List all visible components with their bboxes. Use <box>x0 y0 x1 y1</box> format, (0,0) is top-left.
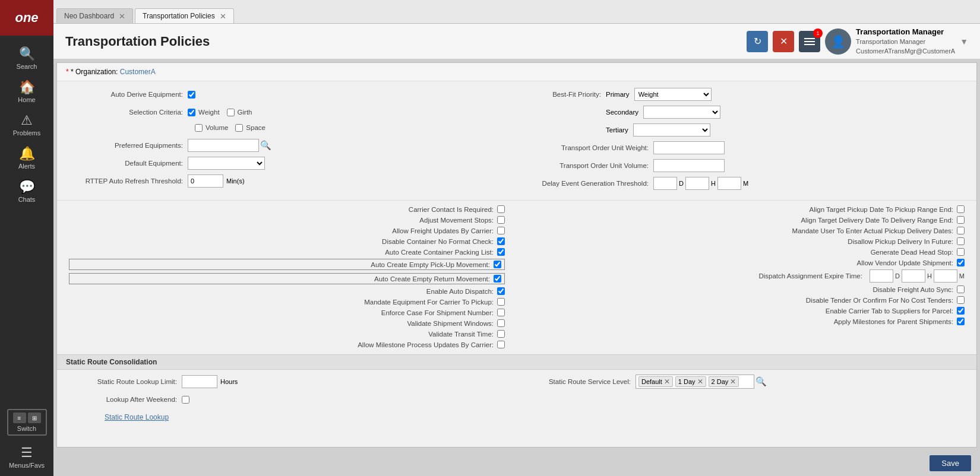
allow-milestone-checkbox[interactable] <box>497 341 505 348</box>
enable-dispatch-checkbox[interactable] <box>497 287 505 295</box>
close-button[interactable]: ✕ <box>773 31 794 52</box>
tag-default: Default ✕ <box>638 376 673 387</box>
sidebar-item-home[interactable]: 🏠 Home <box>0 75 53 108</box>
criteria-space-checkbox[interactable] <box>235 124 243 132</box>
tag-default-remove[interactable]: ✕ <box>664 377 670 386</box>
criteria-group: Weight Girth <box>188 109 252 116</box>
static-lookup-input[interactable] <box>182 375 217 388</box>
main-area: Neo Dashboard ✕ Transportation Policies … <box>53 0 980 476</box>
criteria-weight-item[interactable]: Weight <box>188 109 220 116</box>
validate-shipment-row: Validate Shipment Windows: <box>69 319 505 327</box>
adjust-movement-row: Adjust Movement Stops: <box>69 216 505 224</box>
tag-2day-remove[interactable]: ✕ <box>730 377 736 386</box>
align-pickup-checkbox[interactable] <box>957 205 965 213</box>
apply-milestones-checkbox[interactable] <box>957 318 965 325</box>
auto-pickup-row: Auto Create Empty Pick-Up Movement: <box>69 259 505 270</box>
sidebar-item-alerts[interactable]: 🔔 Alerts <box>0 141 53 174</box>
criteria-volume-label: Volume <box>206 124 228 131</box>
lookup-weekend-checkbox[interactable] <box>182 396 189 404</box>
allow-vendor-checkbox[interactable] <box>957 259 965 266</box>
mandate-user-checkbox[interactable] <box>957 227 965 234</box>
tag-1day-remove[interactable]: ✕ <box>697 377 703 386</box>
enforce-case-checkbox[interactable] <box>497 309 505 316</box>
rttep-input[interactable] <box>188 174 223 188</box>
service-level-search-button[interactable]: 🔍 <box>754 375 768 388</box>
menu-icon-button[interactable]: 1 <box>799 31 820 52</box>
criteria-weight-checkbox[interactable] <box>188 109 195 116</box>
disallow-pickup-checkbox[interactable] <box>957 237 965 245</box>
sidebar-item-label: Menus/Favs <box>9 462 45 469</box>
auto-derive-checkbox[interactable] <box>188 91 195 99</box>
preferred-equip-input[interactable] <box>188 139 259 152</box>
tab-neo-dashboard[interactable]: Neo Dashboard ✕ <box>56 8 133 23</box>
dead-head-checkbox[interactable] <box>957 248 965 256</box>
static-route-lookup-link[interactable]: Static Route Lookup <box>105 413 169 421</box>
unit-volume-input[interactable] <box>653 159 725 172</box>
primary-select[interactable]: Weight <box>634 88 712 101</box>
static-route-header: Static Route Consolidation <box>57 354 976 370</box>
best-fit-tertiary-row: Tertiary <box>529 123 965 137</box>
warning-icon: ⚠ <box>21 113 33 128</box>
sidebar-item-chats[interactable]: 💬 Chats <box>0 174 53 208</box>
tab-transportation-policies[interactable]: Transportation Policies ✕ <box>135 8 234 23</box>
sidebar-item-problems[interactable]: ⚠ Problems <box>0 108 53 141</box>
validate-transit-checkbox[interactable] <box>497 330 505 338</box>
adjust-movement-label: Adjust Movement Stops: <box>419 217 494 224</box>
preferred-equip-search-button[interactable]: 🔍 <box>259 139 273 152</box>
criteria-space-item[interactable]: Space <box>235 124 265 132</box>
criteria-group2: Volume Space <box>195 124 265 132</box>
auto-packing-checkbox[interactable] <box>497 248 505 256</box>
tertiary-label: Tertiary <box>606 126 628 134</box>
default-equip-select[interactable] <box>188 157 265 170</box>
dispatch-h-input[interactable] <box>902 269 925 283</box>
static-route-title: Static Route Consolidation <box>66 358 157 366</box>
criteria-row2: Volume Space <box>195 120 505 135</box>
disable-freight-sync-checkbox[interactable] <box>957 285 965 293</box>
dispatch-d-input[interactable] <box>870 269 893 283</box>
bell-icon: 🔔 <box>19 146 35 161</box>
apply-milestones-label: Apply Milestones for Parent Shipments: <box>834 318 953 325</box>
criteria-volume-checkbox[interactable] <box>195 124 203 132</box>
page-title: Transportation Policies <box>65 34 210 49</box>
disable-container-checkbox[interactable] <box>497 237 505 245</box>
allow-freight-label: Allow Freight Updates By Carrier: <box>392 227 494 234</box>
mandate-user-label: Mandate User To Enter Actual Pickup Deli… <box>792 227 953 234</box>
sidebar-item-switch[interactable]: ≡ ⊞ Switch <box>0 404 53 440</box>
auto-return-checkbox[interactable] <box>494 275 501 283</box>
enable-carrier-tab-checkbox[interactable] <box>957 307 965 315</box>
app-logo[interactable]: one <box>0 0 53 36</box>
switch-icon-right: ⊞ <box>28 412 41 423</box>
org-link[interactable]: CustomerA <box>120 68 156 76</box>
carrier-contact-checkbox[interactable] <box>497 205 505 213</box>
allow-freight-checkbox[interactable] <box>497 227 505 234</box>
criteria-volume-item[interactable]: Volume <box>195 124 228 132</box>
user-text: Transportation Manager Transportation Ma… <box>856 27 955 56</box>
sidebar-item-menus[interactable]: ☰ Menus/Favs <box>0 440 53 476</box>
org-label: * Organization: <box>71 68 118 76</box>
criteria-girth-item[interactable]: Girth <box>227 109 252 116</box>
dispatch-m-input[interactable] <box>934 269 957 283</box>
delay-m-label: M <box>743 180 748 187</box>
tertiary-select[interactable] <box>633 123 710 137</box>
delay-d-input[interactable] <box>653 177 677 190</box>
criteria-girth-checkbox[interactable] <box>227 109 235 116</box>
default-equip-label: Default Equipment: <box>69 160 188 167</box>
unit-weight-input[interactable] <box>653 141 725 154</box>
secondary-select[interactable] <box>643 106 720 119</box>
tab-neo-close[interactable]: ✕ <box>119 12 125 20</box>
delay-m-input[interactable] <box>717 177 741 190</box>
user-dropdown-arrow[interactable]: ▼ <box>960 37 968 46</box>
disable-tender-checkbox[interactable] <box>957 296 965 304</box>
refresh-button[interactable]: ↻ <box>747 31 768 52</box>
save-button[interactable]: Save <box>930 455 971 471</box>
align-delivery-checkbox[interactable] <box>957 216 965 224</box>
tab-transport-close[interactable]: ✕ <box>220 12 226 20</box>
validate-shipment-checkbox[interactable] <box>497 319 505 327</box>
disallow-pickup-label: Disallow Pickup Delivery In Future: <box>848 238 953 245</box>
auto-pickup-checkbox[interactable] <box>494 261 501 268</box>
service-level-tag-input[interactable]: Default ✕ 1 Day ✕ 2 Day ✕ <box>636 375 754 389</box>
delay-h-input[interactable] <box>685 177 709 190</box>
adjust-movement-checkbox[interactable] <box>497 216 505 224</box>
mandate-equip-checkbox[interactable] <box>497 298 505 306</box>
sidebar-item-search[interactable]: 🔍 Search <box>0 42 53 75</box>
